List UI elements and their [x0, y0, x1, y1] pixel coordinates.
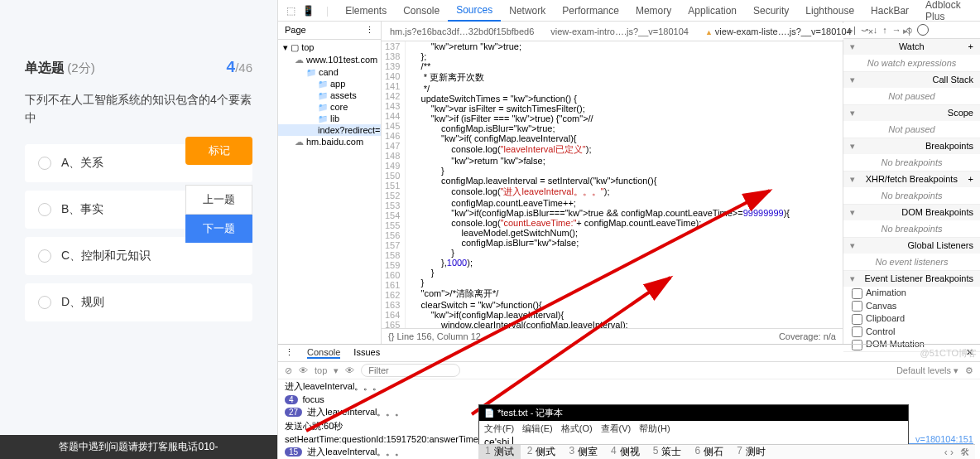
- mark-button[interactable]: 标记: [185, 137, 252, 165]
- ime-candidate[interactable]: 5 策士: [646, 445, 689, 459]
- tool-icon[interactable]: 🛠: [960, 447, 970, 458]
- eye-icon[interactable]: 👁: [345, 365, 354, 375]
- tree-app[interactable]: app: [278, 78, 381, 89]
- step-out-icon[interactable]: ↑: [882, 25, 887, 35]
- tab-elements[interactable]: Elements: [337, 1, 395, 21]
- context-top[interactable]: top: [315, 365, 327, 375]
- radio-icon: [38, 249, 51, 263]
- radio-icon: [38, 203, 51, 216]
- tree-domain[interactable]: www.101test.com: [278, 54, 381, 66]
- tab-application[interactable]: Application: [680, 1, 745, 21]
- ime-candidate[interactable]: 1 测试: [478, 445, 521, 459]
- next-button[interactable]: 下一题: [185, 215, 252, 243]
- elb-item[interactable]: Clipboard: [843, 312, 980, 326]
- debugger-pane: ▸| ⤻ ↓ ↑ → ⦸ Watch+No watch expressions …: [843, 22, 980, 344]
- tab-security[interactable]: Security: [745, 1, 797, 21]
- watch-section[interactable]: Watch+: [843, 39, 980, 55]
- tab-lighthouse[interactable]: Lighthouse: [797, 1, 862, 21]
- clear-icon[interactable]: ⊘: [285, 365, 292, 376]
- devtools: ⬚ 📱 | Elements Console Sources Network P…: [277, 0, 980, 459]
- eye-icon[interactable]: 👁: [299, 365, 308, 375]
- prev-button[interactable]: 上一题: [185, 185, 252, 215]
- code-editor[interactable]: 137 138 139 140 141 142 143 144 145 146 …: [382, 41, 843, 328]
- question-text: 下列不在人工智能系统的知识包含的4个要素中: [25, 90, 252, 128]
- watermark: @51CTO博客: [920, 347, 977, 360]
- issues-tab[interactable]: Issues: [353, 347, 380, 359]
- filetab-intro[interactable]: view-exam-intro….js?__v=180104: [542, 23, 697, 40]
- question-score: (2分): [67, 60, 94, 75]
- question-total: /46: [235, 60, 252, 75]
- menu-format[interactable]: 格式(O): [561, 423, 593, 435]
- menu-edit[interactable]: 编辑(E): [522, 423, 553, 435]
- breakpoints-section[interactable]: Breakpoints: [843, 138, 980, 154]
- elb-item[interactable]: Control: [843, 326, 980, 339]
- dom-section[interactable]: DOM Breakpoints: [843, 205, 980, 220]
- question-number: 4: [227, 58, 236, 75]
- gear-icon[interactable]: ⚙: [965, 365, 973, 376]
- option-d[interactable]: D、规则: [25, 283, 252, 321]
- ime-candidate[interactable]: 2 侧式: [521, 445, 563, 459]
- tree-assets[interactable]: assets: [278, 89, 381, 101]
- radio-icon: [38, 157, 51, 170]
- xhr-section[interactable]: XHR/fetch Breakpoints+: [843, 172, 980, 187]
- tab-sources[interactable]: Sources: [448, 0, 501, 22]
- ime-candidate[interactable]: 4 侧视: [604, 445, 646, 459]
- device-icon[interactable]: 📱: [299, 5, 318, 17]
- elb-item[interactable]: Animation: [843, 287, 980, 300]
- sources-sidebar: Page⋮ ▾ ▢ top www.101test.com cand app a…: [278, 22, 382, 344]
- filetab-liste[interactable]: view-exam-liste….js?__v=180104: [697, 23, 860, 40]
- inspect-icon[interactable]: ⬚: [283, 5, 299, 17]
- tab-console[interactable]: Console: [395, 1, 448, 21]
- step-over-icon[interactable]: ⤻: [861, 25, 868, 36]
- tree-domain-2[interactable]: hm.baidu.com: [278, 136, 381, 148]
- callstack-section[interactable]: Call Stack: [843, 72, 980, 88]
- deactivate-icon[interactable]: ⦸: [906, 25, 912, 36]
- levels-select[interactable]: Default levels ▾: [896, 365, 958, 376]
- exam-panel: 单选题 (2分) 4/46 下列不在人工智能系统的知识包含的4个要素中 A、关系…: [0, 0, 277, 459]
- tab-memory[interactable]: Memory: [627, 1, 680, 21]
- menu-view[interactable]: 查看(V): [601, 423, 632, 435]
- step-into-icon[interactable]: ↓: [873, 25, 878, 35]
- scope-section[interactable]: Scope: [843, 105, 980, 121]
- ime-candidate[interactable]: 3 侧室: [562, 445, 604, 459]
- tree-top[interactable]: ▾ ▢ top: [278, 41, 381, 54]
- filter-input[interactable]: [361, 364, 460, 377]
- tree-core[interactable]: core: [278, 101, 381, 113]
- footer-note: 答题中遇到问题请拨打客服电话010-: [0, 435, 277, 459]
- tree-lib[interactable]: lib: [278, 113, 381, 124]
- tree-index[interactable]: index?redirect=0: [278, 124, 381, 136]
- resume-icon[interactable]: ▸|: [848, 25, 856, 36]
- filetab-hm[interactable]: hm.js?e16bac3df…32bd0f15bfbed6: [382, 23, 542, 40]
- ime-candidate[interactable]: 7 测时: [730, 445, 772, 459]
- question-type: 单选题: [25, 60, 65, 75]
- console-tab[interactable]: Console: [307, 347, 340, 359]
- tab-network[interactable]: Network: [501, 1, 554, 21]
- elb-section[interactable]: Event Listener Breakpoints: [843, 271, 980, 287]
- ime-bar[interactable]: 1 测试 2 侧式 3 侧室 4 侧视 5 策士 6 侧石 7 测时 ‹ ›🛠: [478, 444, 975, 459]
- drawer-toggle-icon[interactable]: ⋮: [285, 347, 294, 359]
- tree-cand[interactable]: cand: [278, 66, 381, 78]
- tab-hackbar[interactable]: HackBar: [862, 1, 917, 21]
- tab-performance[interactable]: Performance: [554, 1, 627, 21]
- sources-center: hm.js?e16bac3df…32bd0f15bfbed6 view-exam…: [382, 22, 843, 344]
- radio-icon: [38, 296, 51, 309]
- cursor-position: {} Line 156, Column 12: [388, 331, 481, 341]
- global-listeners-section[interactable]: Global Listeners: [843, 238, 980, 254]
- elb-item[interactable]: Canvas: [843, 300, 980, 313]
- notepad-title: *test.txt - 记事本: [479, 405, 908, 421]
- more-icon[interactable]: ⋮: [365, 25, 374, 36]
- pause-exception-icon[interactable]: [917, 24, 929, 36]
- ime-candidate[interactable]: 6 侧石: [688, 445, 730, 459]
- menu-file[interactable]: 文件(F): [484, 423, 514, 435]
- step-icon[interactable]: →: [892, 25, 901, 35]
- devtools-tabs: ⬚ 📱 | Elements Console Sources Network P…: [278, 0, 980, 22]
- coverage-label: Coverage: n/a: [779, 331, 836, 341]
- page-label[interactable]: Page: [285, 25, 306, 36]
- menu-help[interactable]: 帮助(H): [639, 423, 670, 435]
